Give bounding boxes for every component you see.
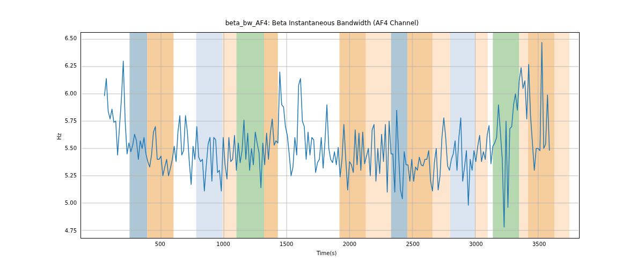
highlight-span: [433, 33, 450, 238]
chart-axes: [80, 32, 580, 239]
highlight-span: [475, 33, 488, 238]
highlight-span: [196, 33, 223, 238]
y-tick-label: 5.75: [65, 118, 77, 124]
y-tick-label: 6.25: [65, 63, 77, 69]
y-tick-label: 5.25: [65, 173, 77, 178]
y-tick-label: 6.50: [65, 35, 77, 41]
highlight-span: [554, 33, 569, 238]
y-axis-label: Hz: [56, 133, 62, 140]
x-tick-label: 500: [152, 241, 168, 247]
y-tick-label: 5.50: [65, 145, 77, 151]
highlight-span: [450, 33, 475, 238]
highlight-span: [519, 33, 528, 238]
x-tick-label: 1000: [215, 241, 231, 247]
x-tick-label: 2500: [405, 241, 421, 247]
highlight-span: [129, 33, 147, 238]
x-tick-label: 3500: [531, 241, 547, 247]
x-tick-label: 2000: [341, 241, 357, 247]
x-tick-label: 1500: [279, 241, 295, 247]
y-tick-label: 4.75: [65, 228, 77, 234]
x-axis-label: Time(s): [317, 250, 337, 256]
figure: beta_bw_AF4: Beta Instantaneous Bandwidt…: [0, 0, 644, 268]
highlight-span: [366, 33, 391, 238]
highlight-span: [407, 33, 433, 238]
chart-title: beta_bw_AF4: Beta Instantaneous Bandwidt…: [0, 19, 644, 27]
x-tick-label: 3000: [468, 241, 484, 247]
highlight-span: [237, 33, 265, 238]
highlight-span: [391, 33, 407, 238]
highlight-span: [147, 33, 173, 238]
y-tick-label: 5.00: [65, 200, 77, 206]
y-tick-label: 6.00: [65, 91, 77, 96]
